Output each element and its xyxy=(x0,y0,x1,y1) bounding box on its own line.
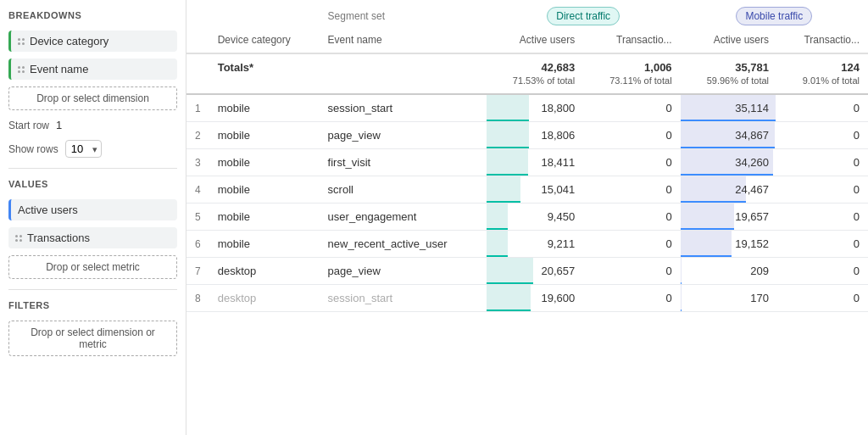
row-event: page_view xyxy=(320,258,487,285)
row-s2-users: 24,467 xyxy=(681,176,777,204)
row-s2-txn: 0 xyxy=(777,149,868,176)
row-device: mobile xyxy=(209,204,320,231)
row-event: session_start xyxy=(320,94,487,122)
row-event: user_engagement xyxy=(320,204,487,231)
row-device: desktop xyxy=(209,258,320,285)
dimension-device-label: Device category xyxy=(30,35,108,47)
table-row: 3 mobile first_visit 18,411 0 34,260 0 xyxy=(186,149,868,176)
row-s1-txn: 0 xyxy=(583,258,680,285)
segment-set-label: Segment set xyxy=(320,0,487,27)
row-s2-users: 35,114 xyxy=(681,94,777,122)
show-rows-select-wrap[interactable]: 10 25 50 xyxy=(65,140,102,158)
row-event: new_recent_active_user xyxy=(320,231,487,258)
row-s1-txn: 0 xyxy=(583,285,680,312)
row-s2-txn: 0 xyxy=(777,204,868,231)
totals-label: Totals* xyxy=(209,53,487,94)
totals-s1-users: 42,683 71.53% of total xyxy=(487,53,583,94)
row-s1-users: 18,411 xyxy=(487,149,583,176)
row-s2-users: 209 xyxy=(681,258,777,285)
row-s1-txn: 0 xyxy=(583,204,680,231)
dimension-chip-device[interactable]: Device category xyxy=(8,31,177,52)
row-s1-txn: 0 xyxy=(583,122,680,149)
value-chip-transactions[interactable]: Transactions xyxy=(8,227,177,248)
col-num xyxy=(186,27,209,53)
show-rows-row: Show rows 10 25 50 xyxy=(8,140,177,158)
segment2-header: Mobile traffic xyxy=(681,0,868,27)
start-row-value: 1 xyxy=(56,119,62,131)
row-s1-users: 18,800 xyxy=(487,94,583,122)
drag-icon-event xyxy=(18,66,25,73)
filters-label: FILTERS xyxy=(8,300,177,310)
divider-2 xyxy=(8,289,177,290)
row-event: first_visit xyxy=(320,149,487,176)
row-num: 5 xyxy=(186,204,209,231)
row-s1-users: 15,041 xyxy=(487,176,583,204)
row-s2-txn: 0 xyxy=(777,231,868,258)
row-s2-txn: 0 xyxy=(777,258,868,285)
mobile-traffic-badge: Mobile traffic xyxy=(736,7,812,25)
col-device: Device category xyxy=(209,27,320,53)
row-device: mobile xyxy=(209,231,320,258)
table-row: 7 desktop page_view 20,657 0 209 0 xyxy=(186,258,868,285)
row-device: mobile xyxy=(209,176,320,204)
segment-header-row: Segment set Direct traffic Mobile traffi… xyxy=(186,0,868,27)
segment-empty-col xyxy=(186,0,320,27)
col-s1-users: Active users xyxy=(487,27,583,53)
drop-filter-button[interactable]: Drop or select dimension or metric xyxy=(8,321,177,356)
row-event: page_view xyxy=(320,122,487,149)
row-num: 6 xyxy=(186,231,209,258)
row-s2-txn: 0 xyxy=(777,122,868,149)
row-s2-users: 34,260 xyxy=(681,149,777,176)
row-s1-users: 20,657 xyxy=(487,258,583,285)
row-s1-txn: 0 xyxy=(583,231,680,258)
row-s1-users: 19,600 xyxy=(487,285,583,312)
col-header-row: Device category Event name Active users … xyxy=(186,27,868,53)
row-device: desktop xyxy=(209,285,320,312)
row-device: mobile xyxy=(209,94,320,122)
col-s1-txn: Transactio... xyxy=(583,27,680,53)
row-s2-users: 19,152 xyxy=(681,231,777,258)
sidebar: BREAKDOWNS Device category Event name Dr… xyxy=(0,0,186,435)
start-row-row: Start row 1 xyxy=(8,119,177,131)
direct-traffic-badge: Direct traffic xyxy=(547,7,620,25)
table-row: 8 desktop session_start 19,600 0 170 0 xyxy=(186,285,868,312)
row-device: mobile xyxy=(209,149,320,176)
row-num: 1 xyxy=(186,94,209,122)
value-chip-active-users[interactable]: Active users xyxy=(8,199,177,220)
row-s1-txn: 0 xyxy=(583,94,680,122)
value-transactions-label: Transactions xyxy=(27,231,90,244)
dimension-chip-event[interactable]: Event name xyxy=(8,59,177,80)
value-active-users-label: Active users xyxy=(18,204,78,216)
totals-s2-txn: 124 9.01% of total xyxy=(777,53,868,94)
row-s1-txn: 0 xyxy=(583,176,680,204)
show-rows-select[interactable]: 10 25 50 xyxy=(65,140,102,158)
row-s1-txn: 0 xyxy=(583,149,680,176)
breakdowns-label: BREAKDOWNS xyxy=(8,10,177,20)
row-num: 2 xyxy=(186,122,209,149)
row-s2-txn: 0 xyxy=(777,285,868,312)
row-num: 4 xyxy=(186,176,209,204)
drop-dimension-button[interactable]: Drop or select dimension xyxy=(8,86,177,110)
row-s2-users: 34,867 xyxy=(681,122,777,149)
drag-icon-device xyxy=(18,38,25,45)
row-s2-txn: 0 xyxy=(777,176,868,204)
row-s2-txn: 0 xyxy=(777,94,868,122)
row-s1-users: 9,211 xyxy=(487,231,583,258)
table-row: 2 mobile page_view 18,806 0 34,867 0 xyxy=(186,122,868,149)
row-device: mobile xyxy=(209,122,320,149)
start-row-label: Start row xyxy=(8,120,49,131)
values-label: VALUES xyxy=(8,179,177,189)
row-event: session_start xyxy=(320,285,487,312)
dimension-event-label: Event name xyxy=(30,63,88,75)
drop-metric-button[interactable]: Drop or select metric xyxy=(8,255,177,279)
col-event: Event name xyxy=(320,27,487,53)
row-num: 7 xyxy=(186,258,209,285)
data-table: Segment set Direct traffic Mobile traffi… xyxy=(186,0,868,312)
row-s1-users: 9,450 xyxy=(487,204,583,231)
table-row: 4 mobile scroll 15,041 0 24,467 0 xyxy=(186,176,868,204)
totals-s2-users: 35,781 59.96% of total xyxy=(681,53,777,94)
table-row: 6 mobile new_recent_active_user 9,211 0 … xyxy=(186,231,868,258)
row-s2-users: 19,657 xyxy=(681,204,777,231)
totals-s1-txn: 1,006 73.11% of total xyxy=(583,53,680,94)
divider-1 xyxy=(8,168,177,169)
